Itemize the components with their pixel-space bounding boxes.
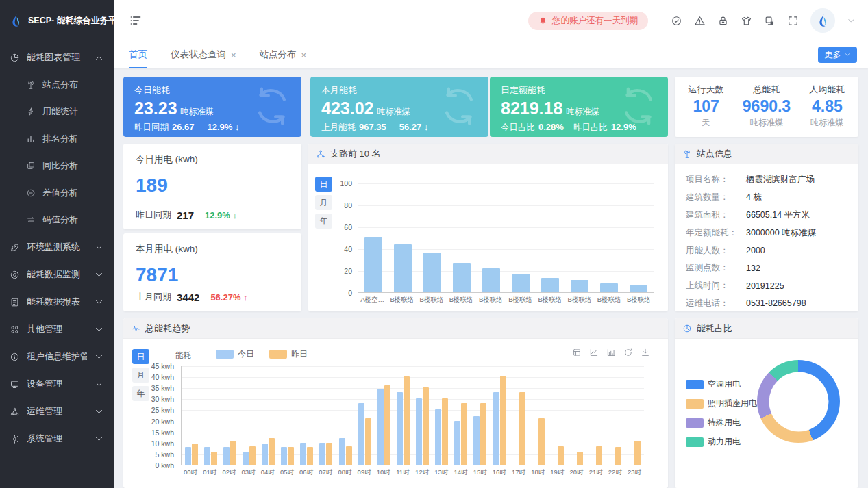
summary-item: 运行天数107天 (689, 84, 724, 129)
logo-drop-icon (8, 13, 23, 28)
tab-2[interactable]: 仪表状态查询× (171, 41, 236, 68)
sidebar-item[interactable]: 站点分布 (0, 71, 114, 99)
avatar[interactable] (810, 8, 835, 33)
refresh-icon[interactable] (623, 348, 633, 357)
summary-unit: 吨标准煤 (809, 117, 845, 129)
site-info-row: 年定额能耗：3000000 吨标准煤 (686, 224, 847, 242)
bar-group (297, 366, 317, 465)
sidebar-item[interactable]: 同比分析 (0, 153, 114, 180)
sidebar-group-1[interactable]: 能耗图表管理 (0, 44, 114, 71)
bar (538, 418, 545, 465)
sidebar-item[interactable]: 排名分析 (0, 125, 114, 153)
menu-collapse-icon[interactable] (129, 14, 142, 27)
legend-label: 照明插座用电 (708, 398, 757, 409)
line-chart-icon[interactable] (589, 348, 599, 357)
chevron-down-icon (94, 297, 104, 307)
bar (512, 274, 530, 292)
bar-pair (300, 443, 313, 465)
stat-card-sub-value: 26.67 (172, 122, 195, 132)
bar (262, 444, 268, 465)
tab-3[interactable]: 站点分布× (260, 41, 307, 68)
copy-icon[interactable] (764, 15, 776, 27)
sidebar-group-2[interactable]: 环境监测系统 (0, 233, 114, 261)
sidebar-group-4[interactable]: 能耗数据报表 (0, 288, 114, 316)
site-info-label: 年定额能耗： (686, 227, 746, 239)
legend-item[interactable]: 特殊用电 (686, 417, 757, 428)
bar (577, 452, 583, 465)
stat-card-sub-item: 56.27 ↓ (396, 122, 429, 133)
sidebar-group-7[interactable]: 设备管理 (0, 370, 114, 398)
legend-item[interactable]: 照明插座用电 (686, 398, 757, 409)
y-axis-tick: 0 (329, 289, 352, 297)
bar (307, 447, 313, 465)
today-power-value: 189 (136, 175, 289, 196)
sidebar-group-8[interactable]: 运维管理 (0, 398, 114, 425)
more-button[interactable]: 更多 (818, 47, 857, 63)
sidebar: SECP- 能耗综合业务平台 能耗图表管理站点分布用能统计排名分析同比分析差值分… (0, 0, 114, 488)
donut-hole (769, 372, 828, 431)
legend-item[interactable]: 动力用电 (686, 436, 757, 448)
sidebar-item[interactable]: 码值分析 (0, 207, 114, 234)
pie-legend: 空调用电照明插座用电特殊用电动力用电 (686, 378, 757, 448)
bar-item (476, 183, 506, 292)
bar-pair (532, 418, 545, 465)
user-menu-chevron-icon[interactable] (847, 16, 856, 25)
legend-item[interactable]: 今日 (216, 348, 254, 360)
site-info-row: 用能人数：2000 (686, 242, 847, 259)
site-info-label: 建筑数量： (686, 192, 746, 203)
lock-icon[interactable] (717, 15, 729, 27)
bar (615, 447, 621, 465)
bar (269, 438, 275, 465)
sidebar-group-5[interactable]: 其他管理 (0, 316, 114, 343)
bar (461, 403, 467, 465)
compare-value: 217 (177, 209, 194, 221)
sidebar-group-6[interactable]: 租户信息维护管理 (0, 343, 114, 370)
sidebar-item-label: 排名分析 (42, 133, 78, 145)
legend-item[interactable]: 昨日 (269, 348, 308, 360)
sidebar-group-9[interactable]: 系统管理 (0, 425, 114, 452)
account-expiry-notice[interactable]: 您的账户还有一天到期 (528, 12, 648, 30)
site-info-value: 3000000 吨标准煤 (746, 227, 816, 239)
bar (397, 392, 403, 465)
sidebar-group-3[interactable]: 能耗数据监测 (0, 261, 114, 288)
notice-text: 您的账户还有一天到期 (552, 15, 638, 27)
bar-group (278, 366, 297, 465)
bar-item (624, 183, 654, 292)
bar-group (393, 366, 412, 465)
download-icon[interactable] (641, 348, 650, 357)
x-axis-label: 16时 (490, 468, 509, 477)
month-power-title: 本月用电 (kwh) (136, 243, 289, 255)
tshirt-icon[interactable] (741, 15, 752, 27)
data-view-icon[interactable] (572, 348, 582, 357)
y-axis-tick: 15 kwh (138, 428, 174, 437)
bar-chart-icon[interactable] (606, 348, 616, 357)
site-info-panel: 站点信息 项目名称：栖霞湖滨财富广场建筑数量：4 栋建筑面积：66505.14 … (675, 144, 858, 311)
bar-item (447, 183, 476, 292)
sidebar-item[interactable]: 差值分析 (0, 179, 114, 207)
warning-triangle-icon[interactable] (694, 15, 706, 27)
site-info-row: 上线时间：20191225 (686, 277, 847, 295)
check-circle-icon[interactable] (671, 15, 682, 27)
x-axis-label: 18时 (528, 468, 547, 477)
tab-1[interactable]: 首页 (129, 41, 147, 68)
summary-label: 运行天数 (689, 84, 724, 96)
bar (346, 446, 352, 465)
y-axis-tick: 40 kwh (138, 373, 174, 381)
sidebar-item[interactable]: 用能统计 (0, 99, 114, 126)
legend-item[interactable]: 空调用电 (686, 378, 757, 390)
month-power-compare: 上月同期 3442 56.27% ↑ (136, 283, 289, 303)
x-axis-label: B楼联络 (535, 296, 565, 305)
tab-close-icon[interactable]: × (231, 50, 236, 60)
x-axis-label: 15时 (471, 468, 490, 477)
info-icon (10, 352, 20, 362)
avatar-logo-icon (815, 13, 830, 28)
compare-label: 昨日同期 (136, 209, 171, 221)
sidebar-group-label: 租户信息维护管理 (27, 350, 87, 363)
trend-legend: 今日昨日 (216, 348, 308, 360)
chart-toolbar (572, 348, 650, 357)
tab-close-icon[interactable]: × (301, 50, 307, 60)
bar (204, 447, 210, 465)
fullscreen-icon[interactable] (787, 15, 799, 27)
lightning-icon (26, 107, 36, 116)
bar-pair (416, 387, 429, 465)
